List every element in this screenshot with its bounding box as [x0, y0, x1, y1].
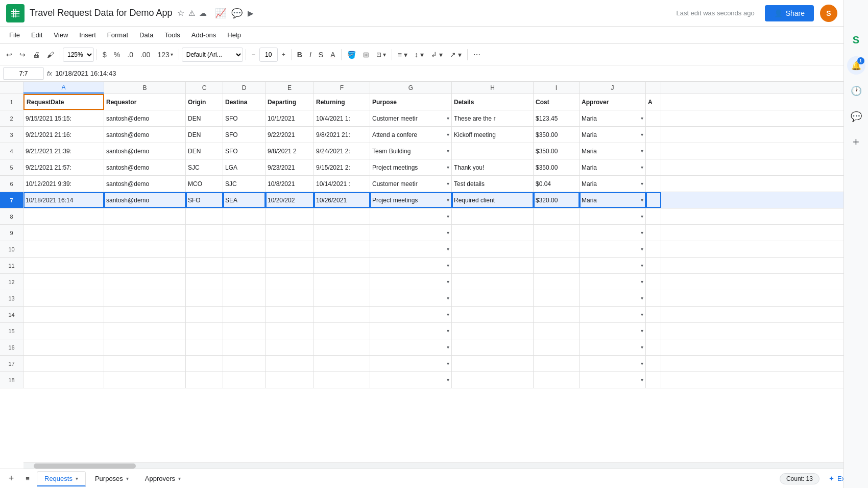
cell-details[interactable]: Kickoff meeting: [452, 127, 534, 143]
cell-empty[interactable]: [23, 356, 104, 371]
cell-returning[interactable]: 10/14/2021 :: [314, 176, 370, 192]
cell-empty[interactable]: [186, 323, 223, 339]
cell-empty-j[interactable]: ▾: [580, 323, 646, 339]
cell-empty-g[interactable]: ▾: [370, 290, 452, 306]
cell-empty[interactable]: [534, 258, 580, 273]
valign-button[interactable]: ↕ ▾: [412, 49, 427, 61]
cell-approver[interactable]: Maria ▾: [580, 176, 646, 192]
cell-empty[interactable]: [452, 208, 534, 224]
cell-empty[interactable]: [186, 356, 223, 371]
cell-requestor[interactable]: santosh@demo: [104, 110, 186, 126]
cell-departing[interactable]: 10/20/202: [266, 192, 314, 208]
sheet-tab-requests[interactable]: Requests ▾: [37, 471, 86, 486]
cell-empty[interactable]: [314, 290, 370, 306]
font-size-input[interactable]: [259, 48, 278, 62]
cell-empty[interactable]: [266, 307, 314, 322]
align-button[interactable]: ≡ ▾: [395, 49, 411, 61]
cell-empty[interactable]: [266, 356, 314, 371]
cell-empty[interactable]: [646, 290, 661, 306]
menu-addons[interactable]: Add-ons: [186, 29, 221, 41]
share-button[interactable]: 👤 Share: [765, 5, 814, 21]
cell-empty[interactable]: [23, 339, 104, 355]
cell-destination[interactable]: SFO: [223, 127, 266, 143]
cell-empty-g[interactable]: ▾: [370, 372, 452, 388]
font-color-button[interactable]: A: [327, 49, 338, 61]
dropdown-arrow-empty[interactable]: ▾: [447, 295, 449, 301]
comment-icon[interactable]: 💬: [231, 8, 243, 19]
col-header-j[interactable]: J: [580, 82, 646, 94]
cell-empty[interactable]: [314, 339, 370, 355]
paint-format-button[interactable]: 🖌: [44, 49, 57, 61]
cell-empty-g[interactable]: ▾: [370, 339, 452, 355]
bold-button[interactable]: B: [294, 49, 305, 61]
sheet-tab-purposes[interactable]: Purposes ▾: [88, 472, 136, 485]
cell-empty[interactable]: [646, 258, 661, 273]
dropdown-arrow-empty[interactable]: ▾: [641, 214, 643, 219]
cell-destination[interactable]: SFO: [223, 143, 266, 159]
dropdown-arrow-empty[interactable]: ▾: [641, 377, 643, 383]
app-icon[interactable]: [6, 4, 25, 22]
cell-empty[interactable]: [104, 274, 186, 290]
menu-help[interactable]: Help: [222, 29, 246, 41]
undo-button[interactable]: ↩: [3, 49, 15, 61]
cell-empty[interactable]: [452, 225, 534, 241]
dropdown-arrow-purpose[interactable]: ▾: [447, 132, 449, 137]
cell-cost[interactable]: $0.04: [534, 176, 580, 192]
col-header-h[interactable]: H: [452, 82, 534, 94]
col-header-e[interactable]: E: [266, 82, 314, 94]
number-format-button[interactable]: 123 ▾: [154, 49, 176, 61]
cell-empty[interactable]: [266, 258, 314, 273]
cell-cost[interactable]: $123.45: [534, 110, 580, 126]
cell-empty[interactable]: [452, 258, 534, 273]
font-size-increase-button[interactable]: +: [279, 49, 288, 60]
cell-empty[interactable]: [646, 274, 661, 290]
cell-details[interactable]: Required client: [452, 192, 534, 208]
cell-departing[interactable]: 10/1/2021: [266, 110, 314, 126]
cell-origin[interactable]: DEN: [186, 110, 223, 126]
dropdown-arrow-purpose[interactable]: ▾: [447, 148, 449, 154]
cell-empty[interactable]: [314, 356, 370, 371]
dropdown-arrow-approver[interactable]: ▾: [641, 165, 643, 170]
italic-button[interactable]: I: [306, 49, 315, 61]
col-header-i[interactable]: I: [534, 82, 580, 94]
cloud-sync-icon[interactable]: ☁: [199, 9, 207, 18]
cell-departing[interactable]: 9/23/2021: [266, 159, 314, 175]
cell-requestdate[interactable]: 10/12/2021 9:39:: [23, 176, 104, 192]
cell-purpose[interactable]: Project meetings ▾: [370, 159, 452, 175]
cell-empty-j[interactable]: ▾: [580, 339, 646, 355]
sheet-tab-requests-arrow[interactable]: ▾: [76, 476, 78, 481]
menu-tools[interactable]: Tools: [159, 29, 185, 41]
cell-empty[interactable]: [186, 274, 223, 290]
strikethrough-button[interactable]: S: [316, 49, 326, 61]
cell-empty[interactable]: [186, 307, 223, 322]
cell-requestdate[interactable]: 9/15/2021 15:15:: [23, 110, 104, 126]
cell-extra[interactable]: [646, 159, 661, 175]
formula-input[interactable]: [55, 67, 865, 80]
present-icon[interactable]: ▶: [248, 9, 254, 18]
cell-empty[interactable]: [314, 307, 370, 322]
header-cell-approver[interactable]: Approver: [580, 94, 646, 110]
cell-empty[interactable]: [186, 258, 223, 273]
cell-empty[interactable]: [266, 290, 314, 306]
col-header-d[interactable]: D: [223, 82, 266, 94]
menu-file[interactable]: File: [4, 29, 25, 41]
cell-empty[interactable]: [104, 225, 186, 241]
dropdown-arrow-purpose[interactable]: ▾: [447, 115, 449, 121]
dropdown-arrow-empty[interactable]: ▾: [447, 328, 449, 334]
font-size-decrease-button[interactable]: −: [249, 49, 258, 60]
cell-empty-j[interactable]: ▾: [580, 307, 646, 322]
header-cell-departing[interactable]: Departing: [266, 94, 314, 110]
dropdown-arrow-empty[interactable]: ▾: [447, 246, 449, 252]
cell-requestdate[interactable]: 9/21/2021 21:16:: [23, 127, 104, 143]
sheet-tab-approvers[interactable]: Approvers ▾: [138, 472, 188, 485]
cell-reference-input[interactable]: [3, 67, 44, 80]
dropdown-arrow-empty[interactable]: ▾: [641, 295, 643, 301]
cell-extra[interactable]: [646, 127, 661, 143]
dropdown-arrow-empty[interactable]: ▾: [641, 279, 643, 285]
dropdown-arrow-empty[interactable]: ▾: [641, 230, 643, 236]
cell-extra[interactable]: [646, 192, 661, 208]
cell-empty[interactable]: [452, 290, 534, 306]
cell-empty[interactable]: [452, 339, 534, 355]
cell-empty[interactable]: [223, 258, 266, 273]
cell-empty-j[interactable]: ▾: [580, 258, 646, 273]
